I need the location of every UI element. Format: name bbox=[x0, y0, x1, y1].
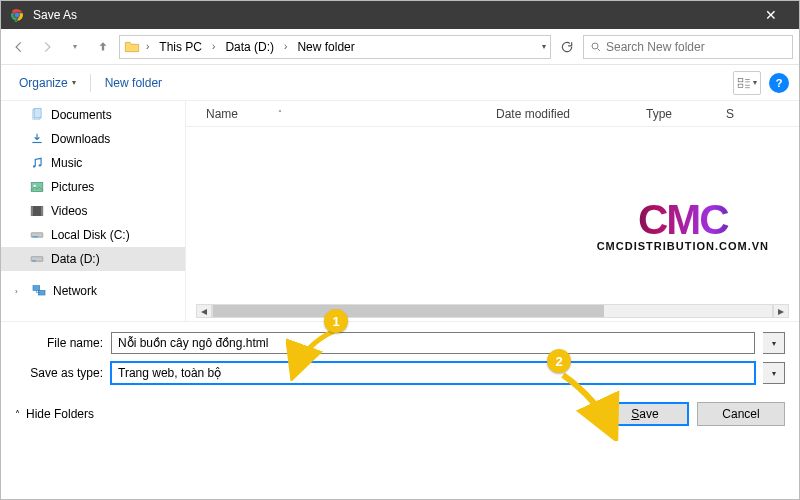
separator bbox=[90, 74, 91, 92]
breadcrumb-item[interactable]: Data (D:) bbox=[221, 40, 278, 54]
disk-icon bbox=[29, 227, 45, 243]
search-placeholder: Search New folder bbox=[606, 40, 705, 54]
disk-icon bbox=[29, 251, 45, 267]
organize-button[interactable]: Organize ▾ bbox=[11, 72, 84, 94]
svg-rect-3 bbox=[738, 78, 743, 82]
annotation-arrow-2 bbox=[557, 371, 627, 441]
window-title: Save As bbox=[33, 8, 751, 22]
column-type[interactable]: Type bbox=[646, 107, 726, 121]
refresh-button[interactable] bbox=[555, 35, 579, 59]
column-name[interactable]: Name bbox=[206, 107, 238, 121]
tree-item-videos[interactable]: Videos bbox=[1, 199, 185, 223]
svg-point-2 bbox=[592, 43, 598, 49]
svg-rect-15 bbox=[32, 236, 38, 237]
documents-icon bbox=[29, 107, 45, 123]
svg-point-8 bbox=[39, 164, 41, 166]
new-folder-button[interactable]: New folder bbox=[97, 72, 170, 94]
tree-item-network[interactable]: ›Network bbox=[1, 279, 185, 303]
toolbar: Organize ▾ New folder ▾ ? bbox=[1, 65, 799, 101]
svg-rect-19 bbox=[38, 290, 45, 295]
filename-fields: File name: ▾ Save as type: ▾ bbox=[1, 321, 799, 396]
network-icon bbox=[31, 283, 47, 299]
svg-point-7 bbox=[33, 165, 35, 167]
svg-rect-6 bbox=[34, 109, 41, 118]
search-input[interactable]: Search New folder bbox=[583, 35, 793, 59]
svg-rect-9 bbox=[31, 182, 43, 191]
svg-point-1 bbox=[15, 13, 20, 18]
tree-item-pictures[interactable]: Pictures bbox=[1, 175, 185, 199]
hide-folders-button[interactable]: ˄ Hide Folders bbox=[15, 407, 94, 421]
savetype-dropdown[interactable]: ▾ bbox=[763, 362, 785, 384]
chevron-right-icon: › bbox=[144, 41, 151, 52]
file-list: Name˄ Date modified Type S ◂ ▸ bbox=[186, 101, 799, 321]
music-icon bbox=[29, 155, 45, 171]
folder-icon bbox=[124, 41, 140, 53]
svg-rect-13 bbox=[41, 206, 43, 215]
scroll-thumb[interactable] bbox=[213, 305, 604, 317]
nav-tree: Documents Downloads Music Pictures Video… bbox=[1, 101, 186, 321]
column-size[interactable]: S bbox=[726, 107, 799, 121]
scroll-track[interactable] bbox=[212, 304, 773, 318]
downloads-icon bbox=[29, 131, 45, 147]
bottom-bar: ˄ Hide Folders Save Cancel bbox=[1, 396, 799, 438]
svg-rect-17 bbox=[32, 260, 36, 261]
tree-item-data-d[interactable]: Data (D:) bbox=[1, 247, 185, 271]
column-date[interactable]: Date modified bbox=[496, 107, 646, 121]
chevron-right-icon: › bbox=[15, 287, 25, 296]
tree-item-local-disk-c[interactable]: Local Disk (C:) bbox=[1, 223, 185, 247]
close-button[interactable]: ✕ bbox=[751, 7, 791, 23]
breadcrumb-item[interactable]: New folder bbox=[293, 40, 358, 54]
main-area: Documents Downloads Music Pictures Video… bbox=[1, 101, 799, 321]
filename-input[interactable] bbox=[111, 332, 755, 354]
view-options-button[interactable]: ▾ bbox=[733, 71, 761, 95]
chevron-right-icon: › bbox=[282, 41, 289, 52]
scroll-right-arrow[interactable]: ▸ bbox=[773, 304, 789, 318]
annotation-marker-1: 1 bbox=[324, 309, 348, 333]
savetype-input[interactable] bbox=[111, 362, 755, 384]
tree-item-music[interactable]: Music bbox=[1, 151, 185, 175]
forward-button[interactable] bbox=[35, 35, 59, 59]
breadcrumb-item[interactable]: This PC bbox=[155, 40, 206, 54]
svg-rect-18 bbox=[33, 286, 40, 291]
tree-item-downloads[interactable]: Downloads bbox=[1, 127, 185, 151]
horizontal-scrollbar[interactable]: ◂ ▸ bbox=[196, 303, 789, 319]
help-button[interactable]: ? bbox=[769, 73, 789, 93]
column-headers: Name˄ Date modified Type S bbox=[186, 101, 799, 127]
title-bar: Save As ✕ bbox=[1, 1, 799, 29]
pictures-icon bbox=[29, 179, 45, 195]
chevron-up-icon: ˄ bbox=[15, 409, 20, 420]
svg-rect-4 bbox=[738, 84, 743, 88]
tree-item-documents[interactable]: Documents bbox=[1, 103, 185, 127]
sort-caret-icon: ˄ bbox=[278, 109, 282, 118]
recent-locations-button[interactable]: ▾ bbox=[63, 35, 87, 59]
breadcrumb-dropdown[interactable]: ▾ bbox=[542, 42, 546, 51]
search-icon bbox=[590, 41, 602, 53]
svg-rect-12 bbox=[31, 206, 33, 215]
filename-dropdown[interactable]: ▾ bbox=[763, 332, 785, 354]
annotation-arrow-1 bbox=[286, 327, 346, 381]
cancel-button[interactable]: Cancel bbox=[697, 402, 785, 426]
annotation-marker-2: 2 bbox=[547, 349, 571, 373]
breadcrumb-bar[interactable]: › This PC › Data (D:) › New folder ▾ bbox=[119, 35, 551, 59]
chevron-right-icon: › bbox=[210, 41, 217, 52]
scroll-left-arrow[interactable]: ◂ bbox=[196, 304, 212, 318]
chrome-icon bbox=[9, 7, 25, 23]
nav-bar: ▾ › This PC › Data (D:) › New folder ▾ S… bbox=[1, 29, 799, 65]
back-button[interactable] bbox=[7, 35, 31, 59]
up-button[interactable] bbox=[91, 35, 115, 59]
videos-icon bbox=[29, 203, 45, 219]
savetype-label: Save as type: bbox=[15, 366, 103, 380]
filename-label: File name: bbox=[15, 336, 103, 350]
